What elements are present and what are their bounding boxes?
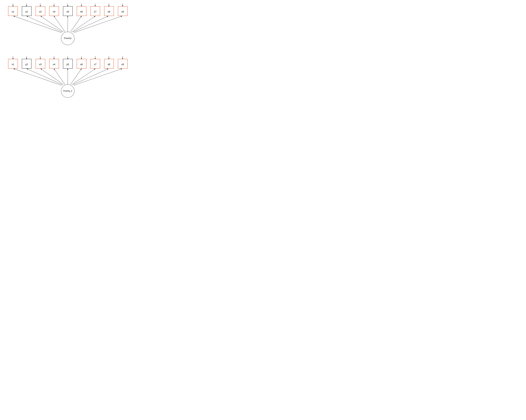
label-d2-x4: x4	[53, 63, 55, 66]
svg-line-15	[72, 16, 95, 32]
label-d2-x8: x8	[108, 63, 110, 66]
svg-line-27	[14, 69, 61, 85]
svg-line-28	[27, 69, 62, 85]
svg-line-34	[73, 69, 108, 85]
svg-line-33	[72, 69, 95, 85]
label-d1-x1: x1	[12, 10, 14, 13]
svg-line-14	[71, 16, 81, 32]
diagrams-svg: x1 x2 x3 x4 x5 x6 x7 x8 x9 Poverty	[2, 2, 129, 107]
svg-line-17	[74, 16, 122, 33]
label-d2-x6: x6	[80, 63, 83, 66]
label-d2-x7: x7	[94, 63, 96, 66]
svg-line-29	[41, 69, 63, 85]
label-d1-x5: x5	[66, 10, 69, 13]
label-d2-y2: y2	[25, 63, 28, 66]
label-d1-x9: x9	[121, 10, 124, 13]
label-poverty: Poverty	[64, 37, 71, 39]
svg-line-10	[27, 16, 62, 32]
label-d1-x3: x3	[39, 10, 41, 13]
label-d2-x3: x3	[39, 63, 41, 66]
label-d1-x8: x8	[108, 10, 110, 13]
main-container: x1 x2 x3 x4 x5 x6 x7 x8 x9 Poverty	[0, 0, 132, 109]
svg-line-30	[54, 69, 65, 85]
svg-line-35	[74, 69, 122, 85]
svg-line-16	[73, 16, 108, 32]
label-d1-x7: x7	[94, 10, 96, 13]
svg-line-12	[54, 16, 65, 32]
svg-line-9	[14, 16, 61, 33]
label-d2-y5: y5	[66, 63, 69, 66]
label-poverty-b: Poverty_b	[63, 90, 72, 92]
label-d1-x6: x6	[80, 10, 83, 13]
svg-line-11	[41, 16, 63, 32]
label-d2-x9: x9	[121, 63, 124, 66]
label-d2-x1: x1	[12, 63, 14, 66]
label-d1-x2: x2	[25, 10, 28, 13]
svg-line-32	[71, 69, 81, 85]
label-d1-x4: x4	[53, 10, 55, 13]
